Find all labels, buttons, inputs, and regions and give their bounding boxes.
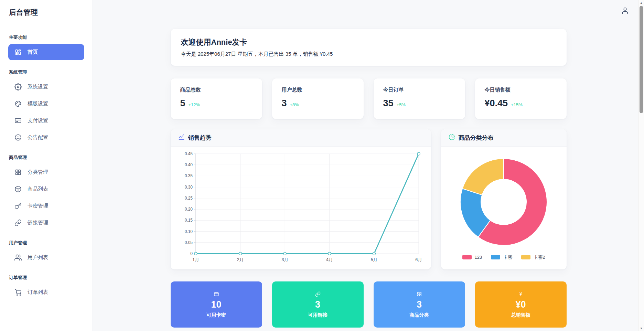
nav-section-label: 主要功能 (0, 34, 93, 41)
welcome-card: 欢迎使用Annie发卡 今天是 2025年06月27日 星期五，本月已售出 35… (171, 29, 567, 66)
data-point[interactable] (417, 152, 420, 155)
quick-card-value: ¥0 (515, 299, 526, 310)
category-pie-header: 商品分类分布 (441, 129, 567, 147)
data-point[interactable] (194, 252, 197, 255)
nav-section-label: 商品管理 (0, 154, 93, 161)
stat-label: 用户总数 (282, 87, 354, 93)
legend-item-卡密2[interactable]: 卡密2 (521, 254, 545, 260)
legend-item-123[interactable]: 123 (462, 255, 482, 260)
scrollbar[interactable]: ▲ ▼ (638, 0, 644, 331)
sidebar-item-分类管理[interactable]: 分类管理 (8, 164, 84, 180)
stat-value: 3 (282, 98, 287, 109)
welcome-subtitle: 今天是 2025年06月27日 星期五，本月已售出 35 单，销售额 ¥0.45 (181, 51, 556, 57)
quick-card-value: 10 (211, 299, 221, 310)
sidebar-item-支付设置[interactable]: 支付设置 (8, 113, 84, 129)
legend-label: 卡密 (503, 254, 512, 260)
quick-card-label: 可用卡密 (207, 312, 226, 318)
sidebar-item-卡密管理[interactable]: 卡密管理 (8, 198, 84, 214)
pie-legend: 123卡密卡密2 (462, 254, 545, 260)
stat-card-今日订单: 今日订单35+5% (374, 78, 465, 119)
sidebar-item-订单列表[interactable]: 订单列表 (8, 284, 84, 300)
legend-swatch (491, 255, 500, 259)
stats-row: 商品总数5+12%用户总数3+8%今日订单35+5%今日销售额¥0.45+15% (171, 78, 567, 119)
quick-card-label: 总销售额 (511, 312, 530, 318)
stat-label: 商品总数 (180, 87, 253, 93)
sidebar-item-公告配置[interactable]: 公告配置 (8, 129, 84, 146)
sales-trend-title: 销售趋势 (188, 134, 212, 142)
svg-text:0: 0 (190, 251, 193, 256)
scrollbar-down-arrow[interactable]: ▼ (638, 325, 644, 331)
svg-text:0.15: 0.15 (184, 218, 193, 223)
quick-card-label: 商品分类 (410, 312, 429, 318)
sidebar-item-label: 系统设置 (28, 84, 48, 90)
svg-text:1月: 1月 (192, 257, 199, 262)
stat-delta: +15% (511, 102, 523, 107)
data-point[interactable] (239, 252, 242, 255)
scrollbar-up-arrow[interactable]: ▲ (638, 0, 644, 6)
svg-text:6月: 6月 (415, 257, 422, 262)
stat-card-今日销售额: 今日销售额¥0.45+15% (475, 78, 567, 119)
pie-slice-卡密2[interactable] (462, 159, 504, 195)
data-point[interactable] (283, 252, 286, 255)
sidebar-item-label: 用户列表 (28, 254, 48, 261)
credit-card-icon (14, 117, 22, 124)
svg-text:3月: 3月 (281, 257, 288, 262)
category-pie-card: 商品分类分布 123卡密卡密2 (441, 129, 567, 269)
nav-section-label: 订单管理 (0, 275, 93, 281)
sidebar-item-label: 卡密管理 (28, 203, 48, 209)
svg-text:0.20: 0.20 (184, 207, 193, 212)
stat-card-用户总数: 用户总数3+8% (272, 78, 364, 119)
quick-card-value: 3 (315, 299, 320, 310)
data-point[interactable] (328, 252, 331, 255)
user-icon[interactable] (621, 7, 630, 16)
stat-delta: +8% (290, 102, 299, 107)
svg-text:5月: 5月 (371, 257, 377, 262)
stat-delta: +5% (397, 102, 406, 107)
sales-trend-header: 销售趋势 (171, 129, 431, 147)
sidebar-item-模版设置[interactable]: 模版设置 (8, 96, 84, 112)
quick-card-商品分类[interactable]: 3商品分类 (374, 281, 465, 328)
sidebar-item-label: 首页 (28, 49, 38, 55)
welcome-title: 欢迎使用Annie发卡 (181, 37, 556, 47)
sidebar-item-链接管理[interactable]: 链接管理 (8, 215, 84, 231)
users-icon (14, 254, 22, 261)
quick-card-可用卡密[interactable]: 10可用卡密 (171, 281, 262, 328)
main-area: 欢迎使用Annie发卡 今天是 2025年06月27日 星期五，本月已售出 35… (93, 0, 644, 331)
sidebar: 后台管理 主要功能首页系统管理系统设置模版设置支付设置公告配置商品管理分类管理商… (0, 0, 93, 331)
sidebar-item-首页[interactable]: 首页 (8, 44, 84, 60)
svg-text:0.40: 0.40 (184, 162, 193, 167)
quick-card-可用链接[interactable]: 3可用链接 (272, 281, 364, 328)
stat-value: 35 (383, 98, 394, 109)
stat-delta: +12% (189, 102, 200, 107)
quick-card-总销售额[interactable]: ¥¥0总销售额 (475, 281, 567, 328)
sidebar-item-商品列表[interactable]: 商品列表 (8, 181, 84, 197)
trend-chart-icon (178, 134, 185, 142)
key-icon (14, 202, 22, 210)
svg-text:0.05: 0.05 (184, 240, 193, 245)
legend-swatch (521, 255, 530, 259)
sidebar-item-用户列表[interactable]: 用户列表 (8, 249, 84, 266)
sidebar-item-label: 分类管理 (28, 169, 48, 175)
nav-section-label: 用户管理 (0, 240, 93, 246)
legend-item-卡密[interactable]: 卡密 (491, 254, 512, 260)
user-icon (621, 7, 629, 14)
scrollbar-thumb[interactable] (640, 6, 643, 113)
grid-icon (417, 291, 422, 297)
charts-row: 销售趋势 00.050.100.150.200.250.300.350.400.… (171, 129, 567, 269)
sales-trend-card: 销售趋势 00.050.100.150.200.250.300.350.400.… (171, 129, 431, 269)
pie-chart-icon (449, 134, 455, 140)
quick-card-label: 可用链接 (308, 312, 328, 318)
svg-text:2月: 2月 (237, 257, 243, 262)
legend-label: 123 (475, 255, 482, 260)
svg-text:0.30: 0.30 (184, 184, 193, 189)
quick-card-value: 3 (417, 299, 422, 310)
stat-value: ¥0.45 (485, 98, 508, 109)
sidebar-item-label: 支付设置 (28, 117, 48, 124)
link-icon (14, 219, 22, 226)
nav-section-label: 系统管理 (0, 69, 93, 75)
quick-cards-row: 10可用卡密3可用链接3商品分类¥¥0总销售额 (171, 281, 567, 328)
legend-label: 卡密2 (534, 254, 545, 260)
dashboard-icon (14, 49, 22, 56)
data-point[interactable] (373, 252, 375, 255)
sidebar-item-系统设置[interactable]: 系统设置 (8, 79, 84, 95)
